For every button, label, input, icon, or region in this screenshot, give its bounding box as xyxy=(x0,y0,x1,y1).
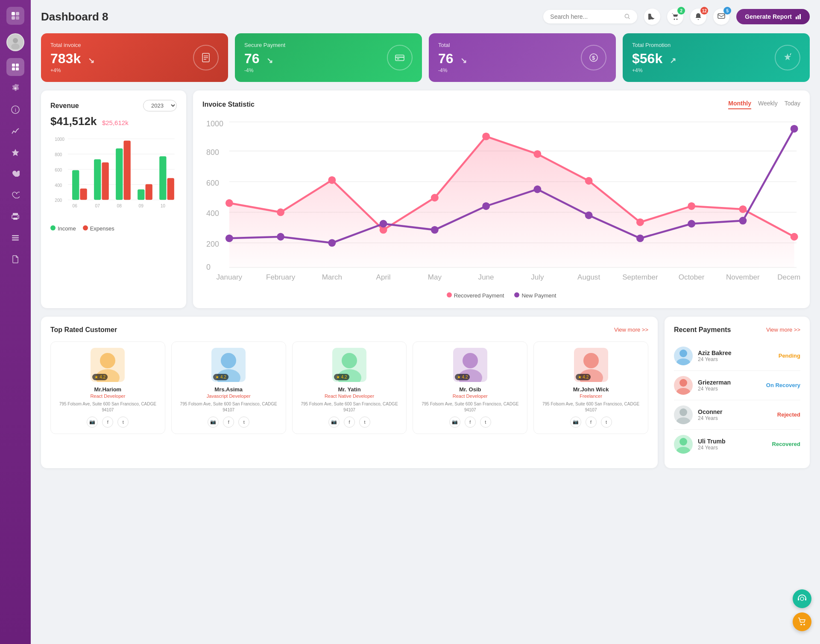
twitter-icon[interactable]: t xyxy=(480,417,491,428)
stat-icon-total: $ xyxy=(581,45,606,70)
svg-text:0: 0 xyxy=(206,263,211,271)
sidebar-item-print[interactable] xyxy=(6,207,24,225)
stat-change-promotion: +4% xyxy=(632,67,676,73)
svg-point-87 xyxy=(226,234,233,242)
svg-rect-25 xyxy=(796,17,797,19)
charts-row: Revenue 202320222021 $41,512k $25,612k 1… xyxy=(41,90,810,308)
instagram-icon[interactable]: 📷 xyxy=(328,417,340,428)
svg-text:December: December xyxy=(777,273,800,281)
customer-address: 795 Folsom Ave, Suite 600 San Francisco,… xyxy=(176,401,281,413)
svg-point-76 xyxy=(277,208,284,216)
generate-report-button[interactable]: Generate Report xyxy=(736,9,810,24)
stat-value-total: 76 ↘ xyxy=(438,51,467,67)
customers-view-more[interactable]: View more >> xyxy=(614,326,648,333)
facebook-icon[interactable]: f xyxy=(223,417,234,428)
instagram-icon[interactable]: 📷 xyxy=(449,417,460,428)
sidebar-item-analytics[interactable] xyxy=(6,122,24,140)
svg-text:08: 08 xyxy=(117,204,122,208)
svg-point-90 xyxy=(380,220,387,227)
stat-label-invoice: Total invoice xyxy=(50,42,94,48)
svg-rect-9 xyxy=(16,67,19,70)
svg-point-93 xyxy=(533,186,541,193)
theme-toggle-button[interactable] xyxy=(644,9,660,25)
shopping-cart-icon xyxy=(797,617,807,627)
payment-person-svg xyxy=(674,376,693,395)
avatar[interactable] xyxy=(6,33,24,51)
svg-text:November: November xyxy=(726,273,760,281)
cart-button[interactable]: 2 xyxy=(667,9,683,25)
messages-button[interactable]: 5 xyxy=(713,9,729,25)
facebook-icon[interactable]: f xyxy=(586,417,597,428)
revenue-amount: $41,512k xyxy=(50,115,97,128)
tab-today[interactable]: Today xyxy=(785,100,800,109)
notifications-badge: 12 xyxy=(700,7,708,15)
facebook-icon[interactable]: f xyxy=(102,417,113,428)
sidebar-item-liked[interactable] xyxy=(6,165,24,183)
instagram-icon[interactable]: 📷 xyxy=(570,417,581,428)
svg-point-81 xyxy=(533,150,541,158)
svg-text:May: May xyxy=(428,273,442,281)
svg-marker-74 xyxy=(229,137,794,268)
sidebar-item-list[interactable] xyxy=(6,229,24,247)
svg-point-98 xyxy=(791,125,798,133)
facebook-icon[interactable]: f xyxy=(465,417,476,428)
sidebar-item-dashboard[interactable] xyxy=(6,58,24,76)
revenue-bar-chart: 1000 800 600 400 200 xyxy=(50,132,177,219)
sidebar-item-settings[interactable] xyxy=(6,79,24,97)
sidebar-item-document[interactable] xyxy=(6,250,24,268)
support-fab[interactable] xyxy=(793,589,811,608)
payment-item-2: Oconner 24 Years Rejected xyxy=(674,400,800,430)
notifications-button[interactable]: 12 xyxy=(690,9,706,25)
instagram-icon[interactable]: 📷 xyxy=(87,417,98,428)
svg-rect-47 xyxy=(72,170,79,200)
svg-point-85 xyxy=(739,205,747,213)
sidebar-item-favorites[interactable] xyxy=(6,143,24,161)
sidebar: i xyxy=(0,0,31,644)
revenue-chart-card: Revenue 202320222021 $41,512k $25,612k 1… xyxy=(41,90,186,308)
customer-address: 795 Folsom Ave, Suite 600 San Francisco,… xyxy=(55,401,161,413)
twitter-icon[interactable]: t xyxy=(359,417,370,428)
twitter-icon[interactable]: t xyxy=(238,417,249,428)
customer-name: Mr.Hariom xyxy=(55,386,161,393)
sidebar-item-heart[interactable] xyxy=(6,186,24,204)
svg-rect-26 xyxy=(798,15,799,19)
svg-text:February: February xyxy=(266,273,296,281)
payments-view-more[interactable]: View more >> xyxy=(766,326,800,333)
tab-weekly[interactable]: Weekly xyxy=(758,100,778,109)
revenue-chart-header: Revenue 202320222021 xyxy=(50,100,177,111)
svg-rect-3 xyxy=(16,16,19,20)
svg-point-92 xyxy=(482,202,490,210)
customer-social: 📷 f t xyxy=(176,417,281,428)
customer-rating: ★ 4.2 xyxy=(92,374,108,380)
year-select[interactable]: 202320222021 xyxy=(143,100,177,111)
svg-rect-55 xyxy=(159,156,166,200)
svg-text:10: 10 xyxy=(161,204,166,208)
twitter-icon[interactable]: t xyxy=(117,417,129,428)
sidebar-logo[interactable] xyxy=(6,7,24,25)
twitter-icon[interactable]: t xyxy=(601,417,612,428)
payment-status: Rejected xyxy=(777,411,800,418)
svg-text:09: 09 xyxy=(139,204,144,208)
sidebar-item-info[interactable]: i xyxy=(6,101,24,119)
svg-point-89 xyxy=(328,239,336,247)
message-icon xyxy=(718,13,725,20)
svg-text:January: January xyxy=(217,273,243,281)
header-actions: 2 12 5 Generate Report xyxy=(543,9,810,25)
svg-text:800: 800 xyxy=(55,152,62,157)
tab-monthly[interactable]: Monthly xyxy=(728,100,751,109)
svg-point-94 xyxy=(585,212,593,219)
customer-social: 📷 f t xyxy=(55,417,161,428)
svg-text:400: 400 xyxy=(55,183,62,188)
customer-social: 📷 f t xyxy=(538,417,644,428)
stat-change-total: -4% xyxy=(438,67,467,73)
invoice-line-chart: 1000 800 600 400 200 0 xyxy=(202,113,800,289)
cart-fab[interactable] xyxy=(793,612,811,631)
payment-item-1: Griezerman 24 Years On Recovery xyxy=(674,371,800,400)
search-input[interactable] xyxy=(550,13,621,20)
svg-point-126 xyxy=(676,417,690,424)
svg-rect-17 xyxy=(12,235,19,236)
recovered-dot xyxy=(447,292,452,297)
instagram-icon[interactable]: 📷 xyxy=(208,417,219,428)
customer-avatar: ★ 4.2 xyxy=(453,348,487,382)
facebook-icon[interactable]: f xyxy=(344,417,355,428)
